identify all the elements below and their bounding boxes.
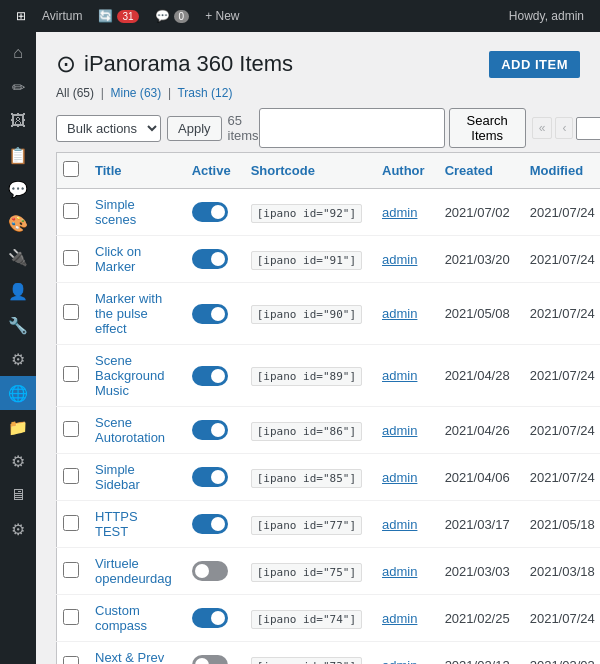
sidebar-item-extra3[interactable]: 🖥 [0, 478, 36, 512]
row-author-link[interactable]: admin [382, 423, 417, 438]
row-shortcode-cell: [ipano id="85"] [241, 454, 372, 501]
row-title-cell: Next & Prev Navigation [85, 642, 182, 665]
row-checkbox-cell [57, 642, 86, 665]
col-header-title[interactable]: Title [85, 153, 182, 189]
row-created-cell: 2021/04/06 [435, 454, 520, 501]
row-author-link[interactable]: admin [382, 205, 417, 220]
col-header-author[interactable]: Author [372, 153, 435, 189]
col-header-active[interactable]: Active [182, 153, 241, 189]
row-title-link[interactable]: Marker with the pulse effect [95, 291, 162, 336]
row-active-toggle[interactable] [192, 304, 228, 324]
row-checkbox[interactable] [63, 562, 79, 578]
row-checkbox[interactable] [63, 250, 79, 266]
row-active-toggle[interactable] [192, 514, 228, 534]
row-shortcode: [ipano id="89"] [251, 367, 362, 386]
row-checkbox[interactable] [63, 304, 79, 320]
filter-mine[interactable]: Mine (63) [111, 86, 165, 100]
row-active-toggle[interactable] [192, 608, 228, 628]
select-all-checkbox[interactable] [63, 161, 79, 177]
col-header-modified[interactable]: Modified [520, 153, 600, 189]
row-active-toggle[interactable] [192, 202, 228, 222]
row-active-toggle[interactable] [192, 366, 228, 386]
row-author-link[interactable]: admin [382, 611, 417, 626]
adminbar-comments[interactable]: 💬 0 [147, 0, 198, 32]
adminbar-site-name[interactable]: Avirtum [34, 0, 90, 32]
page-input[interactable]: 1 [576, 117, 600, 140]
row-author-link[interactable]: admin [382, 564, 417, 579]
col-header-created[interactable]: Created [435, 153, 520, 189]
sidebar-item-posts[interactable]: ✏ [0, 70, 36, 104]
row-title-link[interactable]: Click on Marker [95, 244, 141, 274]
row-author-link[interactable]: admin [382, 517, 417, 532]
row-author-cell: admin [372, 345, 435, 407]
sidebar-item-plugins[interactable]: 🔌 [0, 240, 36, 274]
row-checkbox[interactable] [63, 656, 79, 665]
row-checkbox[interactable] [63, 421, 79, 437]
adminbar-new[interactable]: + New [197, 0, 247, 32]
row-checkbox-cell [57, 345, 86, 407]
row-checkbox[interactable] [63, 468, 79, 484]
row-active-toggle[interactable] [192, 467, 228, 487]
row-author-link[interactable]: admin [382, 252, 417, 267]
admin-sidebar: ⌂ ✏ 🖼 📋 💬 🎨 🔌 👤 🔧 ⚙ 🌐 📁 ⚙ 🖥 ⚙ [0, 32, 36, 664]
sidebar-item-extra1[interactable]: 📁 [0, 410, 36, 444]
row-title-link[interactable]: HTTPS TEST [95, 509, 138, 539]
col-header-shortcode[interactable]: Shortcode [241, 153, 372, 189]
row-shortcode: [ipano id="75"] [251, 563, 362, 582]
row-active-toggle[interactable] [192, 249, 228, 269]
row-modified-cell: 2021/03/03 [520, 642, 600, 665]
search-button[interactable]: Search Items [449, 108, 526, 148]
adminbar-updates[interactable]: 🔄 31 [90, 0, 146, 32]
sidebar-item-dashboard[interactable]: ⌂ [0, 36, 36, 70]
adminbar-right: Howdy, admin [509, 9, 592, 23]
sidebar-item-tools[interactable]: 🔧 [0, 308, 36, 342]
row-title-link[interactable]: Simple scenes [95, 197, 136, 227]
first-page-icon: « [532, 117, 553, 139]
row-modified-cell: 2021/07/24 [520, 236, 600, 283]
row-author-link[interactable]: admin [382, 306, 417, 321]
row-author-link[interactable]: admin [382, 470, 417, 485]
table-row: Click on Marker [ipano id="91"] admin 20… [57, 236, 601, 283]
row-checkbox[interactable] [63, 366, 79, 382]
sidebar-item-extra2[interactable]: ⚙ [0, 444, 36, 478]
row-title-cell: Simple Sidebar [85, 454, 182, 501]
sidebar-item-settings[interactable]: ⚙ [0, 342, 36, 376]
row-title-link[interactable]: Scene Background Music [95, 353, 164, 398]
row-shortcode: [ipano id="73"] [251, 657, 362, 665]
row-active-toggle[interactable] [192, 420, 228, 440]
sidebar-item-appearance[interactable]: 🎨 [0, 206, 36, 240]
row-title-link[interactable]: Custom compass [95, 603, 147, 633]
sidebar-item-ipanorama[interactable]: 🌐 [0, 376, 36, 410]
row-author-link[interactable]: admin [382, 658, 417, 665]
row-title-link[interactable]: Next & Prev Navigation [95, 650, 164, 664]
pagination: « ‹ 1 of 3 › » [532, 117, 600, 140]
filter-all[interactable]: All (65) [56, 86, 97, 100]
add-item-button[interactable]: ADD ITEM [489, 51, 580, 78]
row-created-cell: 2021/04/28 [435, 345, 520, 407]
row-shortcode: [ipano id="91"] [251, 251, 362, 270]
row-author-link[interactable]: admin [382, 368, 417, 383]
bulk-actions-select[interactable]: Bulk actions [56, 115, 161, 142]
row-checkbox[interactable] [63, 609, 79, 625]
row-active-cell [182, 501, 241, 548]
row-title-link[interactable]: Scene Autorotation [95, 415, 165, 445]
row-title-link[interactable]: Virtuele opendeurdag [95, 556, 172, 586]
sidebar-item-media[interactable]: 🖼 [0, 104, 36, 138]
sidebar-item-comments[interactable]: 💬 [0, 172, 36, 206]
wp-logo[interactable]: ⊞ [8, 0, 34, 32]
row-shortcode-cell: [ipano id="77"] [241, 501, 372, 548]
table-row: Simple scenes [ipano id="92"] admin 2021… [57, 189, 601, 236]
sidebar-item-extra4[interactable]: ⚙ [0, 512, 36, 546]
filter-trash[interactable]: Trash (12) [177, 86, 232, 100]
row-checkbox[interactable] [63, 515, 79, 531]
row-active-toggle[interactable] [192, 655, 228, 664]
table-row: Virtuele opendeurdag [ipano id="75"] adm… [57, 548, 601, 595]
row-checkbox[interactable] [63, 203, 79, 219]
row-active-toggle[interactable] [192, 561, 228, 581]
row-author-cell: admin [372, 501, 435, 548]
row-title-link[interactable]: Simple Sidebar [95, 462, 140, 492]
apply-button[interactable]: Apply [167, 116, 222, 141]
sidebar-item-users[interactable]: 👤 [0, 274, 36, 308]
sidebar-item-pages[interactable]: 📋 [0, 138, 36, 172]
search-input[interactable] [259, 108, 445, 148]
